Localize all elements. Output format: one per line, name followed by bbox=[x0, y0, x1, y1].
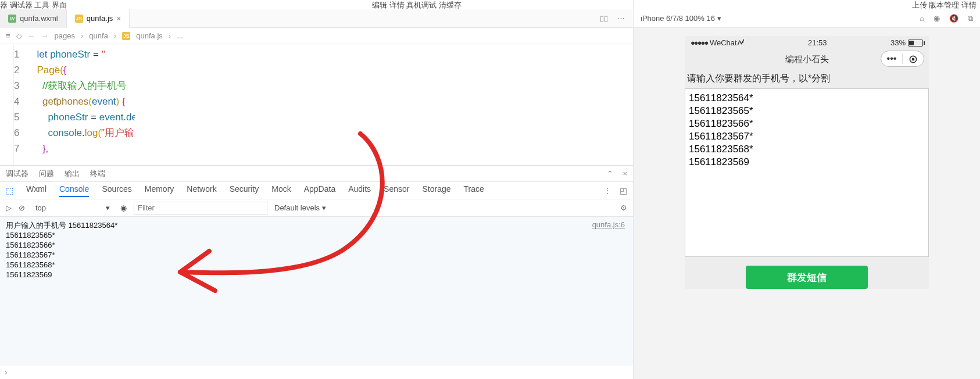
nav-fwd-icon[interactable]: → bbox=[41, 31, 49, 40]
js-file-icon: JS bbox=[75, 15, 83, 23]
signal-icon: ●●●●● bbox=[691, 38, 707, 47]
filter-input[interactable] bbox=[134, 202, 267, 214]
fold-icon[interactable]: ⌄ bbox=[53, 94, 59, 101]
close-ring-icon[interactable] bbox=[903, 51, 924, 66]
fold-icon[interactable]: ⌄ bbox=[53, 62, 59, 70]
dt-tab-audits[interactable]: Audits bbox=[348, 184, 371, 197]
list-icon[interactable]: ≡ bbox=[6, 31, 10, 40]
dt-tab-sources[interactable]: Sources bbox=[102, 184, 131, 197]
code-editor[interactable]: 1 2⌄ 3 4⌄ 5 6 7 let phoneStr = '' Page({… bbox=[14, 44, 135, 165]
inspect-icon[interactable]: ⬚ bbox=[6, 186, 13, 195]
console-output[interactable]: 用户输入的手机号 15611823564* 15611823565* 15611… bbox=[0, 217, 633, 366]
log-value: 15611823564* 15611823565* 15611823566* 1… bbox=[6, 221, 117, 279]
crumb[interactable]: pages bbox=[55, 31, 75, 40]
js-file-icon: JS bbox=[122, 32, 130, 40]
line-gutter: 1 2⌄ 3 4⌄ 5 6 7 bbox=[14, 44, 37, 165]
dt-tab-memory[interactable]: Memory bbox=[145, 184, 174, 197]
close-icon[interactable]: × bbox=[116, 14, 121, 23]
top-menu-left[interactable]: 器 调试器 工具 界面 bbox=[0, 0, 67, 10]
tab-label: qunfa.js bbox=[87, 14, 113, 23]
play-icon[interactable]: ▷ bbox=[6, 203, 12, 212]
chevron-up-icon[interactable]: ⌃ bbox=[607, 169, 613, 178]
carrier: WeChat bbox=[710, 38, 737, 47]
dock-icon[interactable]: ◰ bbox=[620, 186, 627, 195]
more-icon[interactable]: ⋯ bbox=[617, 14, 625, 23]
devtools-tab-debugger[interactable]: 调试器 bbox=[6, 169, 28, 179]
record-icon[interactable]: ◉ bbox=[933, 14, 940, 23]
top-menu-right[interactable]: 上传 版本管理 详情 bbox=[912, 0, 977, 10]
context-select[interactable]: top▾ bbox=[32, 203, 113, 212]
phone-simulator: ●●●●● WeChat🗲 21:53 33% 编程小石头 ••• 请输入你要群… bbox=[685, 36, 929, 289]
dt-tab-mock[interactable]: Mock bbox=[271, 184, 291, 197]
dt-tab-security[interactable]: Security bbox=[230, 184, 259, 197]
tab-label: qunfa.wxml bbox=[20, 14, 58, 23]
phones-textarea[interactable] bbox=[685, 88, 929, 257]
eye-icon[interactable]: ◉ bbox=[120, 203, 127, 212]
capsule-button[interactable]: ••• bbox=[881, 51, 924, 67]
tab-qunfa-wxml[interactable]: W qunfa.wxml bbox=[0, 9, 67, 28]
dt-tab-console[interactable]: Console bbox=[59, 184, 89, 197]
nav-back-icon[interactable]: ← bbox=[28, 31, 35, 40]
menu-dots-icon[interactable]: ••• bbox=[881, 51, 902, 66]
input-label: 请输入你要群发的手机号，以*分割 bbox=[685, 69, 929, 88]
dt-tab-trace[interactable]: Trace bbox=[464, 184, 484, 197]
dt-tab-wxml[interactable]: Wxml bbox=[26, 184, 47, 197]
battery-pct: 33% bbox=[890, 38, 906, 47]
log-levels-select[interactable]: Default levels ▾ bbox=[274, 203, 326, 212]
wifi-icon: 🗲 bbox=[737, 38, 745, 47]
crumb: ... bbox=[177, 31, 183, 40]
close-icon[interactable]: × bbox=[623, 169, 627, 178]
popout-icon[interactable]: ⧉ bbox=[968, 14, 973, 23]
log-label: 用户输入的手机号 bbox=[6, 221, 66, 230]
breadcrumb: ≡ ◇ ← → pages› qunfa› JS qunfa.js› ... bbox=[0, 28, 633, 44]
devtools-tab-problems[interactable]: 问题 bbox=[39, 169, 54, 179]
clear-console-icon[interactable]: ⊘ bbox=[19, 203, 25, 212]
split-editor-icon[interactable]: ▯▯ bbox=[600, 14, 608, 23]
devtools-tab-output[interactable]: 输出 bbox=[65, 169, 80, 179]
dt-tab-sensor[interactable]: Sensor bbox=[384, 184, 409, 197]
crumb[interactable]: qunfa bbox=[89, 31, 108, 40]
mute-icon[interactable]: 🔇 bbox=[949, 14, 958, 23]
crumb[interactable]: qunfa.js bbox=[136, 31, 163, 40]
gear-icon[interactable]: ⚙ bbox=[620, 203, 627, 212]
dt-tab-network[interactable]: Network bbox=[187, 184, 216, 197]
page-title: 编程小石头 bbox=[785, 54, 829, 65]
wxml-file-icon: W bbox=[8, 15, 16, 23]
bookmark-icon[interactable]: ◇ bbox=[16, 31, 22, 40]
home-icon[interactable]: ⌂ bbox=[920, 14, 924, 23]
status-time: 21:53 bbox=[808, 38, 827, 47]
device-select[interactable]: iPhone 6/7/8 100% 16 ▾ bbox=[641, 14, 721, 23]
dt-tab-appdata[interactable]: AppData bbox=[304, 184, 335, 197]
svg-point-1 bbox=[912, 58, 915, 60]
console-prompt[interactable]: › bbox=[0, 366, 633, 379]
dt-tab-storage[interactable]: Storage bbox=[422, 184, 450, 197]
devtools-tab-terminal[interactable]: 终端 bbox=[90, 169, 105, 179]
log-source-link[interactable]: qunfa.js:6 bbox=[592, 220, 625, 229]
kebab-icon[interactable]: ⋮ bbox=[603, 186, 611, 195]
send-sms-button[interactable]: 群发短信 bbox=[746, 266, 868, 289]
top-menu-center[interactable]: 编辑 详情 真机调试 清缓存 bbox=[372, 0, 462, 10]
battery-icon bbox=[908, 40, 923, 47]
tab-qunfa-js[interactable]: JS qunfa.js × bbox=[67, 9, 130, 28]
editor-tabs: W qunfa.wxml JS qunfa.js × ▯▯ ⋯ bbox=[0, 9, 633, 28]
devtools-panel: 调试器 问题 输出 终端 ⌃ × ⬚ Wxml Console Sources … bbox=[0, 165, 633, 379]
